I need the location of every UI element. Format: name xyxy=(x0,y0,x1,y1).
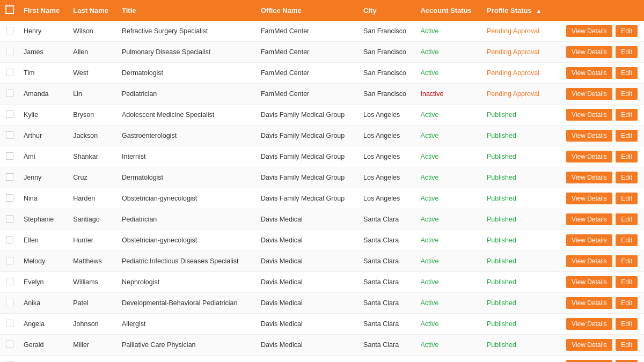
cell-office-name: Davis Family Medical Group xyxy=(257,167,359,188)
row-checkbox-cell[interactable] xyxy=(0,209,19,230)
cell-city: Santa Clara xyxy=(359,209,416,230)
edit-button[interactable]: Edit xyxy=(616,276,638,288)
view-details-button[interactable]: View Details xyxy=(566,360,612,362)
edit-button[interactable]: Edit xyxy=(616,172,638,183)
edit-button[interactable]: Edit xyxy=(616,67,638,79)
view-details-button[interactable]: View Details xyxy=(566,213,612,225)
cell-office-name: Davis Family Medical Group xyxy=(257,146,359,167)
cell-actions: View Details Edit xyxy=(553,146,644,167)
row-checkbox[interactable] xyxy=(6,341,13,348)
row-checkbox[interactable] xyxy=(6,27,13,34)
row-checkbox[interactable] xyxy=(6,278,13,285)
row-checkbox-cell[interactable] xyxy=(0,146,19,167)
row-checkbox-cell[interactable] xyxy=(0,188,19,209)
edit-button[interactable]: Edit xyxy=(616,318,638,330)
cell-first-name: Melody xyxy=(19,251,69,272)
view-details-button[interactable]: View Details xyxy=(566,255,612,267)
table-row: Kenji Takeda Sleep Specialist Davis Medi… xyxy=(0,356,644,363)
edit-button[interactable]: Edit xyxy=(616,109,638,121)
profile-status-badge: Published xyxy=(487,132,516,139)
row-checkbox-cell[interactable] xyxy=(0,293,19,314)
view-details-button[interactable]: View Details xyxy=(566,234,612,246)
row-checkbox[interactable] xyxy=(6,69,13,76)
view-details-button[interactable]: View Details xyxy=(566,172,612,183)
row-checkbox-cell[interactable] xyxy=(0,251,19,272)
view-details-button[interactable]: View Details xyxy=(566,339,612,351)
row-checkbox[interactable] xyxy=(6,152,13,160)
view-details-button[interactable]: View Details xyxy=(566,193,612,204)
row-checkbox-cell[interactable] xyxy=(0,167,19,188)
view-details-button[interactable]: View Details xyxy=(566,297,612,309)
row-checkbox[interactable] xyxy=(6,110,13,118)
cell-actions: View Details Edit xyxy=(553,63,644,84)
cell-title: Pulmonary Disease Specialist xyxy=(118,42,257,63)
view-details-button[interactable]: View Details xyxy=(566,276,612,288)
col-header-title: Title xyxy=(118,0,257,21)
cell-last-name: Lin xyxy=(69,84,118,105)
edit-button[interactable]: Edit xyxy=(616,213,638,225)
view-details-button[interactable]: View Details xyxy=(566,109,612,121)
edit-button[interactable]: Edit xyxy=(616,130,638,142)
row-checkbox-cell[interactable] xyxy=(0,356,19,363)
row-checkbox[interactable] xyxy=(6,131,13,139)
cell-profile-status: Published xyxy=(482,314,553,335)
view-details-button[interactable]: View Details xyxy=(566,25,612,37)
table-row: Angela Johnson Allergist Davis Medical S… xyxy=(0,314,644,335)
edit-button[interactable]: Edit xyxy=(616,234,638,246)
row-checkbox-cell[interactable] xyxy=(0,42,19,63)
select-all-checkbox[interactable] xyxy=(5,5,14,14)
view-details-button[interactable]: View Details xyxy=(566,151,612,162)
edit-button[interactable]: Edit xyxy=(616,88,638,100)
row-checkbox[interactable] xyxy=(6,173,13,181)
row-checkbox[interactable] xyxy=(6,236,13,243)
profile-status-badge: Published xyxy=(487,174,516,181)
profile-status-badge: Pending Approval xyxy=(487,48,539,56)
edit-button[interactable]: Edit xyxy=(616,297,638,309)
edit-button[interactable]: Edit xyxy=(616,255,638,267)
row-checkbox-cell[interactable] xyxy=(0,125,19,146)
edit-button[interactable]: Edit xyxy=(616,339,638,351)
cell-office-name: Davis Medical xyxy=(257,356,359,363)
row-checkbox-cell[interactable] xyxy=(0,84,19,105)
row-checkbox[interactable] xyxy=(6,90,13,97)
row-checkbox[interactable] xyxy=(6,194,13,202)
sort-arrow-icon: ▲ xyxy=(536,8,541,14)
row-checkbox-cell[interactable] xyxy=(0,272,19,293)
row-checkbox[interactable] xyxy=(6,299,13,306)
row-checkbox-cell[interactable] xyxy=(0,335,19,356)
select-all-header[interactable] xyxy=(0,0,19,21)
row-checkbox[interactable] xyxy=(6,48,13,55)
table-row: Evelyn Williams Nephrologist Davis Medic… xyxy=(0,272,644,293)
edit-button[interactable]: Edit xyxy=(616,193,638,204)
row-checkbox-cell[interactable] xyxy=(0,21,19,42)
edit-button[interactable]: Edit xyxy=(616,151,638,162)
cell-title: Adolescent Medicine Specialist xyxy=(118,105,257,125)
row-checkbox-cell[interactable] xyxy=(0,230,19,251)
col-header-profile-status[interactable]: Profile Status ▲ xyxy=(482,0,553,21)
cell-profile-status: Published xyxy=(482,230,553,251)
cell-title: Nephrologist xyxy=(118,272,257,293)
edit-button[interactable]: Edit xyxy=(616,25,638,37)
view-details-button[interactable]: View Details xyxy=(566,318,612,330)
profile-status-badge: Published xyxy=(487,195,516,202)
cell-city: Santa Clara xyxy=(359,293,416,314)
row-checkbox-cell[interactable] xyxy=(0,314,19,335)
row-checkbox[interactable] xyxy=(6,320,13,327)
row-checkbox[interactable] xyxy=(6,215,13,223)
row-checkbox-cell[interactable] xyxy=(0,105,19,125)
row-checkbox-cell[interactable] xyxy=(0,63,19,84)
view-details-button[interactable]: View Details xyxy=(566,88,612,100)
row-checkbox[interactable] xyxy=(6,257,13,264)
col-header-last-name: Last Name xyxy=(69,0,118,21)
cell-profile-status: Pending Approval xyxy=(482,21,553,42)
view-details-button[interactable]: View Details xyxy=(566,67,612,79)
cell-account-status: Active xyxy=(416,314,482,335)
edit-button[interactable]: Edit xyxy=(616,46,638,58)
edit-button[interactable]: Edit xyxy=(616,360,638,362)
cell-first-name: Amanda xyxy=(19,84,69,105)
view-details-button[interactable]: View Details xyxy=(566,46,612,58)
profile-status-badge: Pending Approval xyxy=(487,27,539,35)
view-details-button[interactable]: View Details xyxy=(566,130,612,142)
cell-office-name: FamMed Center xyxy=(257,63,359,84)
table-row: Kylie Bryson Adolescent Medicine Special… xyxy=(0,105,644,125)
